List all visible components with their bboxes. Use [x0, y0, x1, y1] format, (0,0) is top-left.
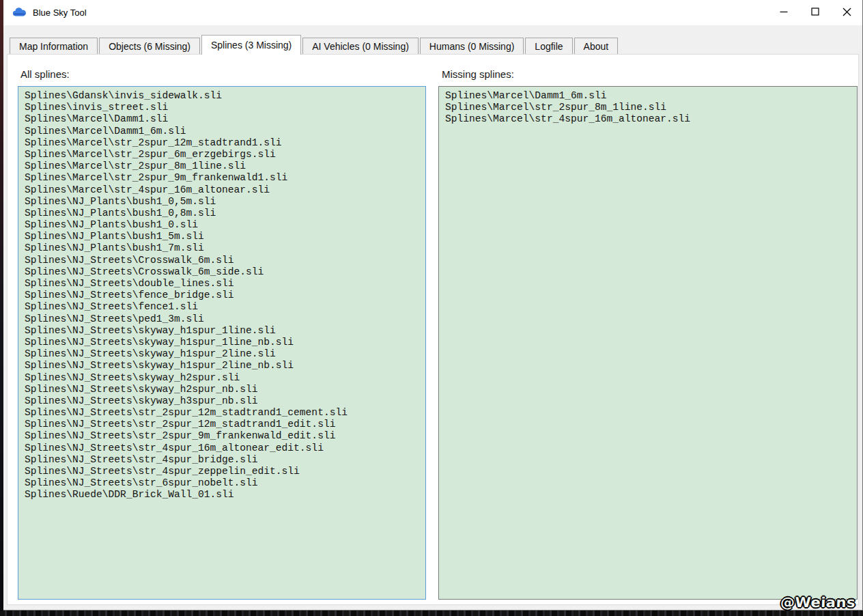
maximize-icon	[811, 8, 819, 18]
missing-splines-listbox[interactable]: Splines\Marcel\Damm1_6m.sliSplines\Marce…	[438, 86, 858, 600]
tab-splines[interactable]: Splines (3 Missing)	[201, 35, 301, 55]
list-item: Splines\NJ_Streets\Crosswalk_6m.sli	[25, 255, 421, 266]
list-item: Splines\Marcel\str_4spur_16m_altonear.sl…	[445, 113, 853, 125]
all-splines-label: All splines:	[20, 68, 70, 80]
list-item: Splines\Marcel\Damm1.sli	[25, 113, 421, 125]
list-item: Splines\Marcel\str_2spur_8m_1line.sli	[25, 160, 421, 172]
splines-tab-page: All splines: Missing splines: Splines\Gd…	[7, 54, 859, 605]
minimize-icon	[780, 8, 788, 18]
list-item: Splines\Ruede\DDR_Brick_Wall_01.sli	[25, 489, 421, 501]
list-item: Splines\Marcel\Damm1_6m.sli	[25, 126, 421, 137]
tab-objects[interactable]: Objects (6 Missing)	[99, 38, 200, 54]
list-item: Splines\Marcel\str_2spur_6m_erzgebirgs.s…	[25, 149, 421, 160]
list-item: Splines\NJ_Streets\str_2spur_9m_frankenw…	[25, 430, 421, 442]
list-item: Splines\NJ_Streets\str_4spur_16m_altonea…	[25, 443, 421, 454]
list-item: Splines\NJ_Streets\skyway_h1spur_2line.s…	[25, 348, 421, 360]
tab-ai-vehicles[interactable]: AI Vehicles (0 Missing)	[302, 38, 419, 54]
window-controls	[768, 0, 862, 25]
close-button[interactable]	[831, 0, 862, 25]
desktop-background-bottom	[0, 611, 863, 616]
list-item: Splines\NJ_Plants\bush1_0,5m.sli	[25, 196, 421, 208]
minimize-button[interactable]	[768, 0, 800, 25]
maximize-button[interactable]	[800, 0, 831, 25]
list-item: Splines\NJ_Streets\fence_bridge.sli	[25, 290, 421, 301]
list-item: Splines\NJ_Streets\str_2spur_12m_stadtra…	[25, 419, 421, 430]
list-item: Splines\NJ_Streets\str_2spur_12m_stadtra…	[25, 407, 421, 419]
close-icon	[843, 8, 851, 18]
list-item: Splines\NJ_Streets\double_lines.sli	[25, 278, 421, 290]
list-item: Splines\NJ_Plants\bush1_0,8m.sli	[25, 208, 421, 219]
list-item: Splines\Marcel\Damm1_6m.sli	[445, 90, 853, 102]
list-item: Splines\Marcel\str_2spur_9m_frankenwald1…	[25, 172, 421, 184]
list-item: Splines\NJ_Streets\str_4spur_zeppelin_ed…	[25, 466, 421, 477]
list-item: Splines\NJ_Streets\skyway_h2spur_nb.sli	[25, 384, 421, 395]
tab-strip: Map InformationObjects (6 Missing)Spline…	[10, 35, 619, 55]
app-window: Blue Sky Tool Map InformationObjects (6 …	[3, 0, 863, 611]
tab-logfile[interactable]: Logfile	[525, 38, 572, 54]
all-splines-listbox[interactable]: Splines\Gdansk\invis_sidewalk.sliSplines…	[18, 86, 426, 600]
list-item: Splines\NJ_Streets\skyway_h1spur_1line.s…	[25, 325, 421, 337]
list-item: Splines\NJ_Streets\fence1.sli	[25, 301, 421, 313]
list-item: Splines\NJ_Streets\skyway_h3spur_nb.sli	[25, 395, 421, 407]
tab-map-information[interactable]: Map Information	[10, 38, 98, 54]
window-title: Blue Sky Tool	[33, 8, 87, 18]
list-item: Splines\Marcel\str_4spur_16m_altonear.sl…	[25, 184, 421, 196]
title-bar: Blue Sky Tool	[3, 0, 862, 25]
list-item: Splines\NJ_Streets\skyway_h2spur.sli	[25, 372, 421, 384]
list-item: Splines\Gdansk\invis_sidewalk.sli	[25, 90, 421, 102]
list-item: Splines\NJ_Streets\skyway_h1spur_1line_n…	[25, 337, 421, 348]
list-item: Splines\NJ_Plants\bush1_5m.sli	[25, 231, 421, 242]
list-item: Splines\invis_street.sli	[25, 102, 421, 113]
list-item: Splines\NJ_Streets\str_6spur_nobelt.sli	[25, 477, 421, 489]
list-item: Splines\Marcel\str_2spur_8m_1line.sli	[445, 102, 853, 113]
watermark: @Weians	[780, 594, 856, 610]
cloud-icon	[12, 8, 27, 18]
list-item: Splines\Marcel\str_2spur_12m_stadtrand1.…	[25, 137, 421, 149]
tab-humans[interactable]: Humans (0 Missing)	[420, 38, 524, 54]
list-item: Splines\NJ_Streets\skyway_h1spur_2line_n…	[25, 360, 421, 372]
list-item: Splines\NJ_Streets\ped1_3m.sli	[25, 313, 421, 325]
missing-splines-label: Missing splines:	[442, 68, 514, 80]
list-item: Splines\NJ_Plants\bush1_7m.sli	[25, 242, 421, 254]
list-item: Splines\NJ_Streets\Crosswalk_6m_side.sli	[25, 266, 421, 278]
list-item: Splines\NJ_Streets\str_4spur_bridge.sli	[25, 454, 421, 466]
tab-about[interactable]: About	[574, 38, 619, 54]
list-item: Splines\NJ_Plants\bush1_0.sli	[25, 219, 421, 231]
